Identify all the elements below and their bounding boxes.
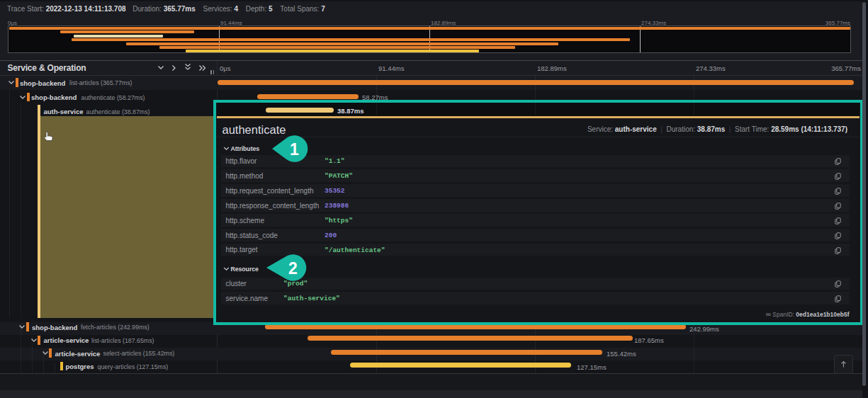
svg-text:2: 2 (288, 259, 298, 278)
svg-text:1: 1 (290, 140, 299, 159)
